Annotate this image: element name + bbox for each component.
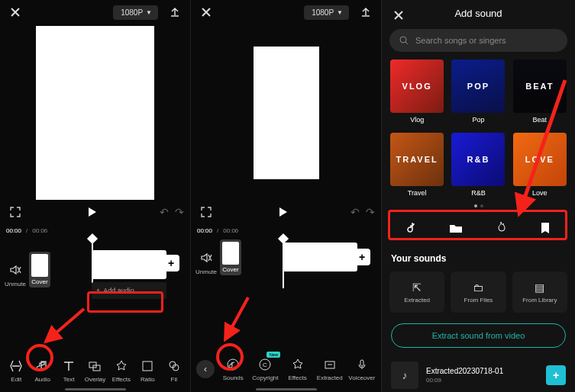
- play-icon[interactable]: [83, 203, 102, 221]
- ratio-label: Ratio: [141, 376, 155, 383]
- fullscreen-icon[interactable]: [6, 203, 24, 221]
- annotation-arrow-mid: [214, 294, 260, 347]
- time-current: 00:00: [6, 227, 21, 234]
- music-note-icon: ♪: [391, 361, 418, 389]
- tab-saved[interactable]: [536, 219, 554, 237]
- resolution-label: 1080P: [121, 8, 143, 17]
- sounds-label: Sounds: [223, 374, 244, 381]
- category-card[interactable]: TRAVELTravel: [389, 133, 444, 197]
- files-icon: 🗀: [473, 281, 483, 294]
- voiceover-tool[interactable]: Voiceover: [348, 358, 376, 381]
- toolbar: Edit Audio Text Overlay Effects Ratio Fi…: [0, 349, 190, 392]
- search-placeholder: Search songs or singers: [415, 36, 506, 45]
- effects-tool[interactable]: Effects: [108, 359, 134, 383]
- category-card[interactable]: VLOGVlog: [389, 59, 444, 124]
- play-icon[interactable]: [274, 203, 292, 221]
- panel-title: Add sound: [454, 8, 502, 19]
- cover-thumbnail: [222, 242, 239, 265]
- source-label: From Library: [522, 297, 557, 304]
- copyright-label: Copyright: [252, 374, 278, 381]
- tab-folder[interactable]: [447, 219, 465, 237]
- category-label: Vlog: [410, 116, 424, 124]
- add-clip-plus-button[interactable]: +: [354, 249, 370, 265]
- resolution-select[interactable]: 1080P▼: [304, 5, 349, 20]
- audio-label: Audio: [34, 376, 50, 383]
- source-label: From Files: [464, 297, 493, 304]
- sounds-tool[interactable]: Sounds: [219, 358, 247, 381]
- mute-icon[interactable]: [7, 262, 24, 278]
- extract-label: Extract sound from video: [432, 331, 525, 340]
- edit-tool[interactable]: Edit: [3, 359, 29, 383]
- copyright-tool[interactable]: NewCCopyright: [251, 358, 279, 381]
- video-clip[interactable]: [92, 250, 166, 279]
- cover-button[interactable]: Cover: [220, 239, 241, 275]
- effects-label: Effects: [112, 376, 131, 383]
- export-icon[interactable]: [166, 3, 184, 21]
- source-from-files[interactable]: 🗀From Files: [451, 272, 506, 313]
- audio-tool[interactable]: Audio: [29, 359, 55, 383]
- fullscreen-icon[interactable]: [197, 203, 215, 221]
- close-icon[interactable]: [197, 3, 215, 21]
- add-audio-label: Add audio: [103, 287, 134, 294]
- overlay-tool[interactable]: Overlay: [82, 359, 108, 383]
- your-sounds-title: Your sounds: [382, 246, 575, 268]
- video-clip[interactable]: [283, 243, 357, 272]
- video-canvas[interactable]: [254, 47, 319, 179]
- extract-sound-button[interactable]: Extract sound from video: [391, 323, 566, 348]
- resolution-select[interactable]: 1080P▼: [113, 5, 158, 20]
- close-icon[interactable]: [6, 3, 24, 21]
- video-canvas[interactable]: [36, 26, 154, 200]
- category-card[interactable]: POPPop: [451, 59, 506, 124]
- svg-rect-9: [360, 360, 363, 366]
- source-from-library[interactable]: ▤From Library: [512, 272, 567, 313]
- svg-point-10: [400, 37, 406, 43]
- add-sound-button[interactable]: +: [546, 365, 566, 385]
- chevron-down-icon: ▼: [337, 9, 343, 16]
- tab-tiktok[interactable]: [402, 219, 421, 237]
- text-label: Text: [63, 376, 75, 383]
- text-tool[interactable]: Text: [56, 359, 82, 383]
- category-card[interactable]: BEATBeat: [512, 59, 567, 124]
- voiceover-label: Voiceover: [348, 374, 375, 381]
- filters-label: Fil: [171, 376, 177, 383]
- category-thumb: R&B: [451, 133, 505, 186]
- add-audio-button[interactable]: +Add audio: [92, 282, 166, 299]
- close-icon[interactable]: [389, 6, 408, 24]
- category-label: R&B: [471, 189, 486, 197]
- undo-icon[interactable]: ↶: [350, 206, 360, 218]
- sound-item[interactable]: ♪ Extracted20230718-01 00:09 +: [382, 355, 575, 392]
- sound-effects-tool[interactable]: Effects: [284, 358, 312, 381]
- add-clip-plus-button[interactable]: +: [163, 255, 179, 272]
- chevron-down-icon: ▼: [146, 9, 152, 16]
- annotation-arrow-left: [38, 305, 92, 351]
- new-badge: New: [267, 352, 280, 358]
- source-tabs: [389, 215, 567, 241]
- audio-toolbar: ‹ Sounds NewCCopyright Effects Extracted…: [191, 346, 381, 392]
- back-button[interactable]: ‹: [196, 360, 215, 378]
- filters-tool[interactable]: Fil: [161, 359, 187, 383]
- redo-icon[interactable]: ↷: [366, 206, 375, 218]
- extracted-label: Extracted: [317, 374, 343, 381]
- sound-duration: 00:09: [426, 377, 538, 384]
- extract-icon: ⇱: [412, 281, 422, 294]
- undo-icon[interactable]: ↶: [160, 206, 169, 218]
- category-thumb: POP: [451, 59, 505, 113]
- category-card[interactable]: R&BR&B: [451, 133, 506, 197]
- cover-button[interactable]: Cover: [29, 252, 50, 288]
- time-current: 00:00: [197, 227, 212, 234]
- extracted-tool[interactable]: Extracted: [316, 358, 344, 381]
- ratio-tool[interactable]: Ratio: [134, 359, 160, 383]
- search-input[interactable]: Search songs or singers: [389, 29, 567, 52]
- category-card[interactable]: LOVELove: [512, 133, 567, 197]
- redo-icon[interactable]: ↷: [175, 206, 184, 218]
- export-icon[interactable]: [357, 3, 375, 21]
- time-total: 00:06: [32, 227, 47, 234]
- mute-icon[interactable]: [198, 249, 215, 266]
- category-thumb: LOVE: [513, 133, 567, 186]
- source-extracted[interactable]: ⇱Extracted: [389, 272, 444, 313]
- cover-label: Cover: [31, 278, 47, 285]
- tab-trending[interactable]: [492, 219, 510, 237]
- time-total: 00:06: [223, 227, 238, 234]
- category-label: Pop: [472, 116, 484, 124]
- home-indicator: [65, 388, 126, 390]
